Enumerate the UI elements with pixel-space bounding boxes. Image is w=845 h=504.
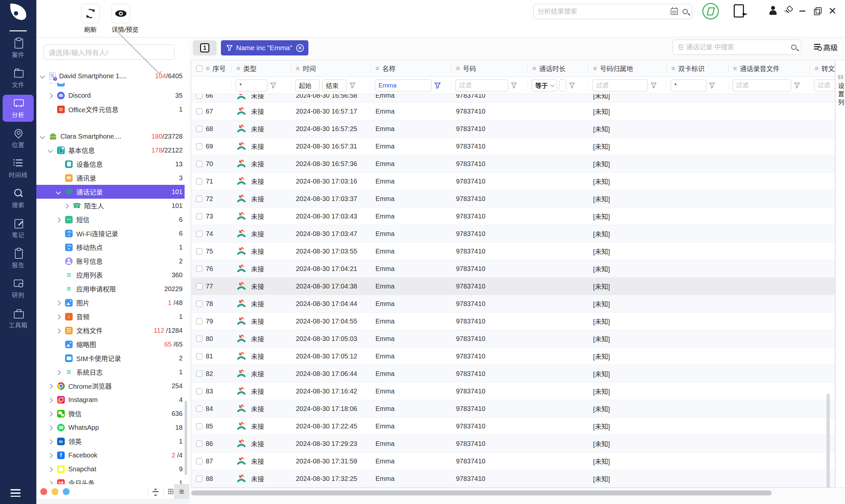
- tree-node[interactable]: Snapchat 9: [36, 462, 184, 476]
- row-checkbox[interactable]: [196, 406, 203, 412]
- expander-icon[interactable]: [48, 467, 53, 471]
- expander-icon[interactable]: [48, 107, 53, 111]
- row-checkbox[interactable]: [196, 336, 203, 342]
- tree-scrollbar[interactable]: [184, 401, 187, 475]
- number-filter-input[interactable]: [455, 79, 508, 91]
- type-filter-input[interactable]: [236, 79, 267, 91]
- minimize-button[interactable]: [798, 6, 807, 15]
- tree-node[interactable]: ☎ 陌生人 101: [36, 199, 184, 213]
- tree-node[interactable]: ☎ 通话记录 101: [36, 185, 184, 199]
- tree-node[interactable]: in 领英 1: [36, 434, 184, 448]
- funnel-icon[interactable]: [569, 82, 575, 88]
- column-header-9[interactable]: ≡ 转文字: [810, 60, 835, 76]
- row-checkbox[interactable]: [196, 178, 203, 184]
- tree-node[interactable]: SIM卡使用记录 2: [36, 351, 184, 365]
- expander-icon[interactable]: [56, 301, 60, 305]
- table-row[interactable]: 67 未接 2024-08-30 16:57:17 Emma 97837410 …: [192, 103, 835, 120]
- tree-node[interactable]: David Smartphone 1.... 104/6405: [36, 69, 184, 83]
- restore-button[interactable]: [813, 6, 822, 15]
- holder-filter-select[interactable]: 请选择/输入持有人/检材编号/检: [43, 44, 174, 60]
- sidebar-item-timeline[interactable]: 时间线: [3, 155, 34, 182]
- funnel-icon[interactable]: [511, 82, 517, 88]
- table-row[interactable]: 80 未接 2024-08-30 17:05:03 Emma 97837410 …: [192, 330, 835, 347]
- row-checkbox[interactable]: [196, 108, 203, 114]
- sidebar-item-location[interactable]: 位置: [3, 125, 34, 152]
- select-all-checkbox[interactable]: [196, 65, 203, 72]
- tree-node[interactable]: Chrome浏览器 254: [36, 379, 184, 393]
- funnel-icon[interactable]: [270, 82, 276, 88]
- pin-icon[interactable]: [783, 6, 793, 16]
- row-checkbox[interactable]: [196, 248, 203, 254]
- tree-node[interactable]: 设备信息 13: [36, 157, 184, 171]
- calendar-icon[interactable]: [671, 8, 678, 15]
- table-row[interactable]: 66 未接 2024-08-30 16:56:58 Emma 97837410 …: [192, 94, 835, 103]
- tree-node[interactable]: ☎ WhatsApp 18: [36, 420, 184, 434]
- search-icon[interactable]: [791, 44, 796, 50]
- tree-node[interactable]: ≡ 系统日志 1: [36, 365, 184, 379]
- row-checkbox[interactable]: [196, 213, 203, 219]
- tree-node[interactable]: 基本信息 178/22122: [36, 143, 184, 157]
- list-view-button[interactable]: ≡: [174, 484, 189, 499]
- region-filter-input[interactable]: [593, 79, 648, 91]
- tree-node[interactable]: 文档文件 112 /1284: [36, 323, 184, 337]
- column-header-6[interactable]: ≡ 号码归属地: [588, 60, 667, 76]
- table-row[interactable]: 68 未接 2024-08-30 16:57:25 Emma 97837410 …: [192, 120, 835, 138]
- table-vertical-scrollbar[interactable]: [827, 394, 830, 488]
- column-header-7[interactable]: ≡ 双卡标识: [667, 60, 728, 76]
- search-icon[interactable]: [683, 9, 688, 14]
- column-header-2[interactable]: ≡ 时间: [291, 60, 371, 76]
- expander-icon[interactable]: [56, 176, 60, 180]
- funnel-icon[interactable]: [709, 82, 715, 88]
- table-row[interactable]: 69 未接 2024-08-30 16:57:31 Emma 97837410 …: [192, 138, 835, 155]
- tree-node[interactable]: f Facebook 2 /4: [36, 448, 184, 462]
- tree-node[interactable]: 账号信息 2: [36, 254, 184, 268]
- row-checkbox[interactable]: [196, 161, 203, 167]
- expander-icon[interactable]: [56, 245, 60, 250]
- expander-icon[interactable]: [56, 273, 60, 277]
- expander-icon[interactable]: [48, 412, 53, 416]
- table-row[interactable]: 87 未接 2024-08-30 17:31:59 Emma 97837410 …: [192, 452, 835, 470]
- row-checkbox[interactable]: [196, 388, 203, 394]
- row-checkbox[interactable]: [196, 458, 203, 464]
- tree-node[interactable]: ••• 短信 6: [36, 213, 184, 227]
- expander-icon[interactable]: [56, 314, 60, 319]
- row-checkbox[interactable]: [196, 143, 203, 149]
- table-row[interactable]: 77 未接 2024-08-30 17:04:38 Emma 97837410 …: [192, 277, 835, 295]
- table-row[interactable]: 75 未接 2024-08-30 17:03:55 Emma 97837410 …: [192, 242, 835, 260]
- table-row[interactable]: 74 未接 2024-08-30 17:03:47 Emma 97837410 …: [192, 225, 835, 242]
- tree-node[interactable]: [36, 83, 184, 88]
- row-checkbox[interactable]: [196, 196, 203, 202]
- expander-icon[interactable]: [48, 83, 53, 83]
- tree-node[interactable]: 缩略图 65 /65: [36, 337, 184, 351]
- table-row[interactable]: 88 未接 2024-08-30 17:32:25 Emma 97837410 …: [192, 470, 835, 487]
- expander-icon[interactable]: [56, 217, 60, 222]
- sidebar-item-report[interactable]: 报告: [3, 245, 34, 272]
- row-checkbox[interactable]: [196, 301, 203, 307]
- grid-view-icon[interactable]: ⊞: [168, 487, 174, 496]
- red-legend-dot[interactable]: [40, 488, 47, 495]
- row-checkbox[interactable]: [196, 231, 203, 237]
- expander-icon[interactable]: [64, 204, 68, 208]
- table-row[interactable]: 72 未接 2024-08-30 17:03:37 Emma 97837410 …: [192, 190, 835, 208]
- funnel-icon[interactable]: [651, 82, 657, 88]
- column-header-1[interactable]: ≡ 类型: [232, 60, 291, 76]
- table-row[interactable]: 81 未接 2024-08-30 17:05:12 Emma 97837410 …: [192, 347, 835, 365]
- row-checkbox[interactable]: [196, 266, 203, 272]
- active-filter-chip[interactable]: Name inc "Emma": [221, 40, 309, 55]
- column-header-8[interactable]: ≡ 通话录音文件: [728, 60, 810, 76]
- row-checkbox[interactable]: [196, 423, 203, 429]
- tree-node[interactable]: 微信 636: [36, 407, 184, 420]
- yellow-legend-dot[interactable]: [52, 488, 58, 495]
- refresh-button[interactable]: 刷新: [81, 4, 100, 34]
- table-row[interactable]: 86 未接 2024-08-30 17:29:23 Emma 97837410 …: [192, 435, 835, 452]
- tree-node[interactable]: ♪ 音频 1: [36, 310, 184, 323]
- column-header-0[interactable]: ≡ 序号: [192, 60, 232, 76]
- sidebar-item-search[interactable]: 搜索: [3, 185, 34, 212]
- expander-icon[interactable]: [48, 439, 53, 444]
- column-header-3[interactable]: ≡ 名称: [371, 60, 452, 76]
- table-row[interactable]: 84 未接 2024-08-30 17:18:06 Emma 97837410 …: [192, 400, 835, 417]
- recording-filter-input[interactable]: [733, 79, 791, 91]
- column-header-5[interactable]: ≡ 通话时长: [528, 60, 588, 76]
- table-row[interactable]: 79 未接 2024-08-30 17:04:55 Emma 97837410 …: [192, 312, 835, 330]
- time-start-input[interactable]: [295, 79, 320, 91]
